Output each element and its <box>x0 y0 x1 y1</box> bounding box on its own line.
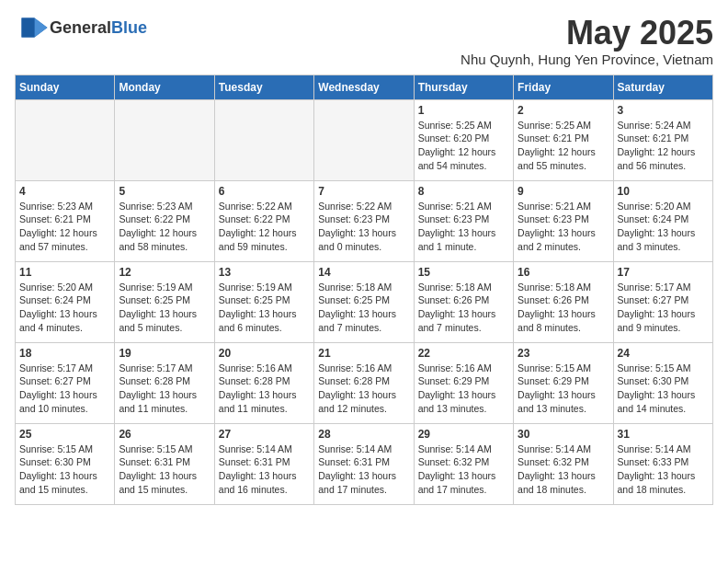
day-number: 18 <box>19 347 110 360</box>
calendar-body: 1Sunrise: 5:25 AMSunset: 6:20 PMDaylight… <box>16 99 713 504</box>
day-info: Sunrise: 5:19 AMSunset: 6:25 PMDaylight:… <box>219 281 310 335</box>
calendar-cell <box>314 99 414 180</box>
day-info: Sunrise: 5:15 AMSunset: 6:30 PMDaylight:… <box>618 362 709 416</box>
weekday-header-thursday: Thursday <box>414 75 513 99</box>
calendar-week-2: 4Sunrise: 5:23 AMSunset: 6:21 PMDaylight… <box>16 180 713 261</box>
day-number: 11 <box>19 266 110 279</box>
calendar-cell: 10Sunrise: 5:20 AMSunset: 6:24 PMDayligh… <box>613 180 712 261</box>
month-title: May 2025 <box>461 15 713 52</box>
calendar-cell: 16Sunrise: 5:18 AMSunset: 6:26 PMDayligh… <box>514 261 613 342</box>
day-number: 10 <box>618 185 709 198</box>
day-number: 26 <box>119 428 210 441</box>
calendar-cell: 5Sunrise: 5:23 AMSunset: 6:22 PMDaylight… <box>115 180 214 261</box>
page-header: General Blue May 2025 Nhu Quynh, Hung Ye… <box>15 15 713 67</box>
calendar-cell <box>115 99 214 180</box>
day-number: 2 <box>518 104 609 117</box>
day-info: Sunrise: 5:14 AMSunset: 6:32 PMDaylight:… <box>418 442 509 497</box>
calendar-cell: 4Sunrise: 5:23 AMSunset: 6:21 PMDaylight… <box>16 180 115 261</box>
calendar-cell: 21Sunrise: 5:16 AMSunset: 6:28 PMDayligh… <box>314 342 414 423</box>
day-number: 28 <box>318 428 409 441</box>
day-number: 19 <box>119 347 210 360</box>
day-info: Sunrise: 5:23 AMSunset: 6:22 PMDaylight:… <box>119 200 210 254</box>
day-info: Sunrise: 5:16 AMSunset: 6:28 PMDaylight:… <box>318 362 409 416</box>
location-title: Nhu Quynh, Hung Yen Province, Vietnam <box>461 52 713 67</box>
day-info: Sunrise: 5:25 AMSunset: 6:20 PMDaylight:… <box>418 119 509 173</box>
day-number: 24 <box>618 347 709 360</box>
day-number: 6 <box>219 185 310 198</box>
day-info: Sunrise: 5:18 AMSunset: 6:26 PMDaylight:… <box>518 281 609 335</box>
day-info: Sunrise: 5:20 AMSunset: 6:24 PMDaylight:… <box>19 281 110 335</box>
day-info: Sunrise: 5:16 AMSunset: 6:29 PMDaylight:… <box>418 362 509 416</box>
day-number: 14 <box>318 266 409 279</box>
day-number: 7 <box>318 185 409 198</box>
calendar-cell: 23Sunrise: 5:15 AMSunset: 6:29 PMDayligh… <box>514 342 613 423</box>
calendar-cell: 12Sunrise: 5:19 AMSunset: 6:25 PMDayligh… <box>115 261 214 342</box>
calendar-cell: 7Sunrise: 5:22 AMSunset: 6:23 PMDaylight… <box>314 180 414 261</box>
calendar-cell: 8Sunrise: 5:21 AMSunset: 6:23 PMDaylight… <box>414 180 513 261</box>
day-number: 1 <box>418 104 509 117</box>
calendar-cell: 31Sunrise: 5:14 AMSunset: 6:33 PMDayligh… <box>613 423 712 504</box>
day-number: 31 <box>618 428 709 441</box>
day-number: 25 <box>19 428 110 441</box>
day-info: Sunrise: 5:17 AMSunset: 6:27 PMDaylight:… <box>618 281 709 335</box>
day-number: 13 <box>219 266 310 279</box>
day-info: Sunrise: 5:17 AMSunset: 6:27 PMDaylight:… <box>19 362 110 416</box>
day-info: Sunrise: 5:15 AMSunset: 6:29 PMDaylight:… <box>518 362 609 416</box>
weekday-header-wednesday: Wednesday <box>314 75 414 99</box>
calendar-cell: 22Sunrise: 5:16 AMSunset: 6:29 PMDayligh… <box>414 342 513 423</box>
logo-blue: Blue <box>111 18 147 38</box>
day-number: 5 <box>119 185 210 198</box>
day-info: Sunrise: 5:22 AMSunset: 6:22 PMDaylight:… <box>219 200 310 254</box>
calendar-cell: 28Sunrise: 5:14 AMSunset: 6:31 PMDayligh… <box>314 423 414 504</box>
day-info: Sunrise: 5:21 AMSunset: 6:23 PMDaylight:… <box>418 200 509 254</box>
calendar-cell: 13Sunrise: 5:19 AMSunset: 6:25 PMDayligh… <box>214 261 313 342</box>
calendar-cell <box>214 99 313 180</box>
svg-marker-1 <box>35 18 48 38</box>
day-number: 27 <box>219 428 310 441</box>
day-number: 9 <box>518 185 609 198</box>
logo: General Blue <box>15 15 147 40</box>
day-number: 29 <box>418 428 509 441</box>
calendar-week-3: 11Sunrise: 5:20 AMSunset: 6:24 PMDayligh… <box>16 261 713 342</box>
calendar-cell: 27Sunrise: 5:14 AMSunset: 6:31 PMDayligh… <box>214 423 313 504</box>
calendar-cell <box>16 99 115 180</box>
day-info: Sunrise: 5:14 AMSunset: 6:31 PMDaylight:… <box>318 442 409 497</box>
day-number: 4 <box>19 185 110 198</box>
day-info: Sunrise: 5:14 AMSunset: 6:33 PMDaylight:… <box>618 442 709 497</box>
calendar-cell: 3Sunrise: 5:24 AMSunset: 6:21 PMDaylight… <box>613 99 712 180</box>
calendar-cell: 30Sunrise: 5:14 AMSunset: 6:32 PMDayligh… <box>514 423 613 504</box>
calendar-cell: 17Sunrise: 5:17 AMSunset: 6:27 PMDayligh… <box>613 261 712 342</box>
day-info: Sunrise: 5:24 AMSunset: 6:21 PMDaylight:… <box>618 119 709 173</box>
day-info: Sunrise: 5:25 AMSunset: 6:21 PMDaylight:… <box>518 119 609 173</box>
day-info: Sunrise: 5:18 AMSunset: 6:26 PMDaylight:… <box>418 281 509 335</box>
weekday-header-tuesday: Tuesday <box>214 75 313 99</box>
calendar-cell: 24Sunrise: 5:15 AMSunset: 6:30 PMDayligh… <box>613 342 712 423</box>
day-info: Sunrise: 5:18 AMSunset: 6:25 PMDaylight:… <box>318 281 409 335</box>
day-number: 16 <box>518 266 609 279</box>
calendar-cell: 6Sunrise: 5:22 AMSunset: 6:22 PMDaylight… <box>214 180 313 261</box>
calendar-cell: 1Sunrise: 5:25 AMSunset: 6:20 PMDaylight… <box>414 99 513 180</box>
svg-marker-2 <box>22 18 35 38</box>
calendar-cell: 2Sunrise: 5:25 AMSunset: 6:21 PMDaylight… <box>514 99 613 180</box>
logo-icon <box>15 15 48 40</box>
calendar-cell: 26Sunrise: 5:15 AMSunset: 6:31 PMDayligh… <box>115 423 214 504</box>
day-number: 15 <box>418 266 509 279</box>
day-number: 12 <box>119 266 210 279</box>
weekday-header-monday: Monday <box>115 75 214 99</box>
calendar-week-4: 18Sunrise: 5:17 AMSunset: 6:27 PMDayligh… <box>16 342 713 423</box>
day-number: 3 <box>618 104 709 117</box>
day-info: Sunrise: 5:16 AMSunset: 6:28 PMDaylight:… <box>219 362 310 416</box>
day-info: Sunrise: 5:21 AMSunset: 6:23 PMDaylight:… <box>518 200 609 254</box>
logo-general: General <box>50 18 111 38</box>
day-number: 17 <box>618 266 709 279</box>
day-info: Sunrise: 5:17 AMSunset: 6:28 PMDaylight:… <box>119 362 210 416</box>
calendar-cell: 20Sunrise: 5:16 AMSunset: 6:28 PMDayligh… <box>214 342 313 423</box>
calendar-cell: 14Sunrise: 5:18 AMSunset: 6:25 PMDayligh… <box>314 261 414 342</box>
day-info: Sunrise: 5:23 AMSunset: 6:21 PMDaylight:… <box>19 200 110 254</box>
weekday-header-saturday: Saturday <box>613 75 712 99</box>
weekday-header-row: SundayMondayTuesdayWednesdayThursdayFrid… <box>16 75 713 99</box>
day-info: Sunrise: 5:22 AMSunset: 6:23 PMDaylight:… <box>318 200 409 254</box>
day-number: 20 <box>219 347 310 360</box>
day-number: 22 <box>418 347 509 360</box>
day-number: 30 <box>518 428 609 441</box>
